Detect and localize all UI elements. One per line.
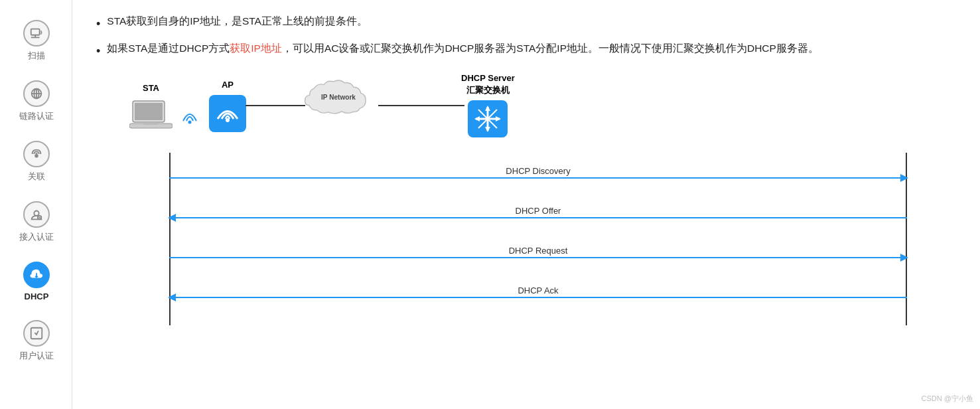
watermark: CSDN @宁小鱼 [922,394,973,404]
svg-rect-17 [144,122,158,125]
bullet-item-2: • 如果STA是通过DHCP方式获取IP地址，可以用AC设备或汇聚交换机作为DH… [96,41,960,61]
svg-marker-28 [496,116,501,122]
sidebar-item-label-access-auth: 接入认证 [19,231,54,243]
sidebar-item-access-auth[interactable]: 接入认证 [19,201,54,243]
dhcp-offer-line [169,217,907,218]
sidebar-divider [72,0,72,409]
sta-icon [129,98,173,130]
access-auth-icon [23,201,50,228]
sta-component: STA [129,83,173,130]
svg-text:IP Network: IP Network [321,94,356,101]
sta-label: STA [143,83,159,93]
sequence-diagram: DHCP Discovery DHCP Offer DHCP Request [96,153,960,325]
associate-icon [23,141,50,167]
dhcp-ack-arrow: DHCP Ack [169,286,907,298]
arrow-left-head-offer [168,214,176,222]
ip-network-component: IP Network [302,76,375,123]
dhcp-server-component: DHCP Server 汇聚交换机 [461,73,515,137]
dhcp-ack-line [169,297,907,298]
bullet-list: • STA获取到自身的IP地址，是STA正常上线的前提条件。 • 如果STA是通… [96,13,960,61]
switch-icon [468,100,508,137]
arrow-left-head-ack [168,293,176,301]
main-content: • STA获取到自身的IP地址，是STA正常上线的前提条件。 • 如果STA是通… [76,0,980,409]
dhcp-discovery-line [169,177,907,179]
svg-point-19 [226,118,230,122]
sidebar: 扫描 链路认证 关联 [0,0,73,409]
line-ap-cloud [245,105,305,106]
highlight-text: 获取IP地址 [230,42,282,54]
svg-marker-26 [485,127,490,132]
dhcp-discovery-label: DHCP Discovery [169,166,907,176]
dhcp-server-label: DHCP Server [461,73,515,83]
dhcp-discovery-arrow: DHCP Discovery [169,166,907,179]
svg-point-7 [35,155,38,157]
bullet-text-2: 如果STA是通过DHCP方式获取IP地址，可以用AC设备或汇聚交换机作为DHCP… [107,41,819,57]
wireless-signal-left [179,101,200,129]
dhcp-offer-arrow: DHCP Offer [169,206,907,218]
svg-marker-25 [485,106,490,111]
ap-label: AP [222,80,234,90]
dhcp-offer-label: DHCP Offer [169,206,907,216]
sidebar-item-dhcp[interactable]: DHCP [23,262,50,301]
sidebar-item-label-user-auth: 用户认证 [19,350,54,362]
sidebar-item-label-associate: 关联 [28,171,45,183]
bullet-item-1: • STA获取到自身的IP地址，是STA正常上线的前提条件。 [96,13,960,34]
diagram: STA AP [96,73,960,325]
arrow-right-head [900,174,908,182]
svg-marker-27 [474,116,480,122]
sidebar-item-scan[interactable]: 扫描 [23,20,50,62]
sidebar-item-link-auth[interactable]: 链路认证 [19,80,54,122]
svg-point-8 [34,211,38,216]
dhcp-request-arrow: DHCP Request [169,246,907,258]
sidebar-item-label-scan: 扫描 [28,50,45,62]
bullet-dot-1: • [96,15,100,34]
dhcp-request-line [169,257,907,258]
switch-label: 汇聚交换机 [466,84,510,96]
ap-icon [209,95,246,132]
bullet-text-1: STA获取到自身的IP地址，是STA正常上线的前提条件。 [107,13,368,30]
user-auth-icon [23,320,50,347]
arrow-right-head-request [900,254,908,262]
ap-component: AP [209,80,246,132]
sidebar-item-user-auth[interactable]: 用户认证 [19,320,54,362]
dhcp-request-label: DHCP Request [169,246,907,256]
scan-icon [23,20,50,46]
dhcp-icon [23,262,50,288]
svg-rect-0 [31,29,40,35]
sidebar-item-label-link-auth: 链路认证 [19,110,54,122]
sidebar-item-label-dhcp: DHCP [25,291,49,301]
link-auth-icon [23,80,50,107]
bullet-dot-2: • [96,42,100,61]
line-cloud-switch [378,105,464,106]
cloud-icon: IP Network [302,76,375,123]
dhcp-ack-label: DHCP Ack [169,286,907,295]
svg-rect-15 [135,103,163,120]
sidebar-item-associate[interactable]: 关联 [23,141,50,183]
svg-point-18 [188,120,192,123]
